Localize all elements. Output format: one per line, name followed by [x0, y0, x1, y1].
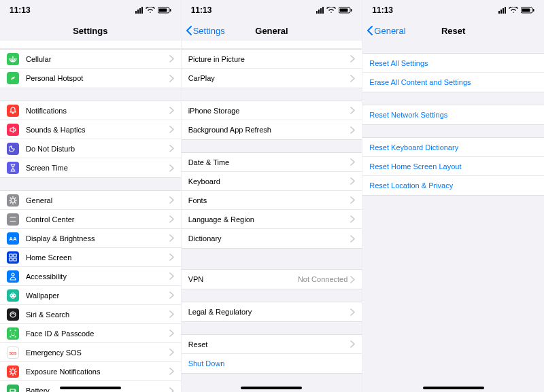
row-fonts[interactable]: Fonts — [182, 191, 362, 210]
group-general: GeneralControl CenterAADisplay & Brightn… — [0, 190, 181, 392]
status-bar: 11:13 — [362, 0, 544, 20]
row-storage[interactable]: iPhone Storage — [182, 101, 362, 120]
batt-icon — [7, 385, 19, 392]
svg-text:AA: AA — [9, 236, 17, 242]
row-label: Do Not Disturb — [26, 145, 169, 153]
row-screentime[interactable]: Screen Time — [0, 158, 181, 177]
chevron-right-icon — [350, 126, 355, 134]
bell-icon — [7, 105, 19, 117]
row-general[interactable]: General — [0, 191, 181, 210]
chevron-right-icon — [350, 235, 355, 243]
chevron-right-icon — [350, 158, 355, 166]
row-label: Dictionary — [188, 234, 351, 243]
row-label: Background App Refresh — [188, 126, 351, 134]
chevron-right-icon — [169, 387, 174, 393]
row-label: Control Center — [26, 215, 169, 224]
page-title: Reset — [441, 26, 465, 36]
row-carplay[interactable]: CarPlay — [182, 69, 362, 88]
row-vpn[interactable]: VPNNot Connected — [182, 270, 362, 289]
chevron-right-icon — [169, 310, 174, 318]
row-label: iPhone Storage — [188, 107, 351, 115]
group-reset-all: Reset All SettingsErase All Content and … — [362, 53, 544, 92]
wifi-icon — [326, 7, 336, 14]
row-display[interactable]: AADisplay & Brightness — [0, 229, 181, 248]
AA-icon: AA — [7, 232, 19, 245]
row-faceid[interactable]: Face ID & Passcode — [0, 324, 181, 343]
hourglass-icon — [7, 162, 19, 174]
chevron-right-icon — [350, 196, 355, 204]
row-reset-network[interactable]: Reset Network Settings — [362, 105, 544, 124]
back-button[interactable]: General — [367, 26, 405, 36]
chevron-right-icon — [350, 215, 355, 223]
row-sos[interactable]: SOSEmergency SOS — [0, 343, 181, 362]
row-label: Reset Home Screen Layout — [369, 162, 537, 171]
row-label: Siri & Search — [26, 310, 169, 319]
row-legal[interactable]: Legal & Regulatory — [182, 302, 362, 321]
row-reset-keyboard[interactable]: Reset Keyboard Dictionary — [362, 138, 544, 157]
row-exposure[interactable]: Exposure Notifications — [0, 362, 181, 381]
chevron-right-icon — [169, 164, 174, 172]
row-reset-location[interactable]: Reset Location & Privacy — [362, 176, 544, 195]
group-reset: ResetShut Down — [182, 334, 362, 374]
chevron-right-icon — [350, 276, 355, 283]
row-reset-all[interactable]: Reset All Settings — [362, 54, 544, 73]
row-sounds[interactable]: Sounds & Haptics — [0, 120, 181, 139]
row-label: Wallpaper — [26, 291, 169, 300]
row-label: Display & Brightness — [26, 234, 169, 243]
group-reset-other: Reset Keyboard DictionaryReset Home Scre… — [362, 137, 544, 196]
chevron-right-icon — [350, 75, 355, 82]
chevron-right-icon — [169, 107, 174, 114]
screen-general: 11:13 Settings General Picture in Pictur… — [182, 0, 363, 392]
row-langregion[interactable]: Language & Region — [182, 210, 362, 229]
row-accessibility[interactable]: Accessibility — [0, 267, 181, 286]
svg-text:SOS: SOS — [10, 351, 17, 355]
home-indicator[interactable] — [241, 387, 302, 389]
row-shutdown[interactable]: Shut Down — [182, 354, 362, 373]
row-label: Shut Down — [188, 359, 356, 368]
wifi-icon — [146, 7, 155, 14]
svg-rect-1 — [158, 9, 167, 12]
flower-icon — [7, 289, 19, 302]
row-reset[interactable]: Reset — [182, 335, 362, 354]
row-cellular[interactable]: Cellular — [0, 50, 181, 69]
home-indicator[interactable] — [423, 387, 484, 389]
row-dictionary[interactable]: Dictionary — [182, 229, 362, 248]
gear-icon — [7, 194, 19, 207]
virus-icon — [7, 366, 19, 378]
status-bar: 11:13 — [182, 0, 362, 20]
row-label: Picture in Picture — [188, 55, 351, 63]
row-bgrefresh[interactable]: Background App Refresh — [182, 120, 362, 139]
row-datetime[interactable]: Date & Time — [182, 153, 362, 172]
row-siri[interactable]: Siri & Search — [0, 305, 181, 324]
row-erase-all[interactable]: Erase All Content and Settings — [362, 73, 544, 92]
status-bar: 11:13 — [0, 0, 181, 20]
signal-icon — [316, 7, 324, 14]
sos-icon: SOS — [7, 346, 19, 359]
chevron-right-icon — [350, 308, 355, 316]
row-notifications[interactable]: Notifications — [0, 101, 181, 120]
svg-rect-2 — [170, 9, 171, 12]
row-wallpaper[interactable]: Wallpaper — [0, 286, 181, 305]
row-controlcenter[interactable]: Control Center — [0, 210, 181, 229]
row-keyboard[interactable]: Keyboard — [182, 172, 362, 191]
chevron-right-icon — [350, 55, 355, 63]
row-reset-home[interactable]: Reset Home Screen Layout — [362, 157, 544, 176]
chevron-left-icon — [367, 26, 373, 35]
person-icon — [7, 270, 19, 283]
chevron-right-icon — [169, 75, 174, 82]
switches-icon — [7, 213, 19, 226]
back-button[interactable]: Settings — [186, 26, 225, 36]
row-homescreen[interactable]: Home Screen — [0, 248, 181, 267]
nav-bar: Settings General — [182, 20, 362, 41]
row-pip[interactable]: Picture in Picture — [182, 50, 362, 69]
row-cut — [0, 41, 181, 49]
home-indicator[interactable] — [60, 387, 121, 389]
chevron-right-icon — [169, 196, 174, 204]
page-title: Settings — [73, 26, 107, 36]
row-label: Cellular — [26, 55, 169, 63]
row-dnd[interactable]: Do Not Disturb — [0, 139, 181, 158]
row-hotspot[interactable]: Personal Hotspot — [0, 69, 181, 88]
group-storage: iPhone StorageBackground App Refresh — [182, 101, 362, 140]
status-time: 11:13 — [191, 5, 212, 15]
status-time: 11:13 — [10, 5, 31, 15]
